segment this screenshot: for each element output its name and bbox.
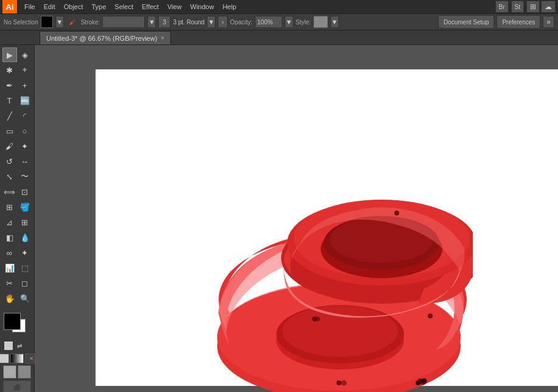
draw-mode-behind[interactable]: [18, 365, 31, 379]
svg-point-21: [428, 313, 433, 318]
reflect-tool[interactable]: ↔: [18, 154, 32, 169]
zoom-tool[interactable]: 🔍: [18, 291, 32, 306]
menu-select[interactable]: Select: [111, 2, 137, 12]
scissors-tool[interactable]: ✂: [2, 276, 17, 290]
blend-tool[interactable]: ∞: [2, 245, 17, 260]
svg-point-18: [394, 211, 399, 215]
tab-close-button[interactable]: ×: [161, 35, 164, 41]
rotate-tool[interactable]: ↺: [2, 154, 17, 169]
app-logo: Ai: [2, 0, 17, 13]
menu-edit[interactable]: Edit: [40, 2, 59, 12]
width-tool[interactable]: ⟺: [2, 184, 17, 199]
menu-file[interactable]: File: [21, 2, 39, 12]
svg-point-17: [422, 379, 427, 384]
artwork: [193, 130, 473, 392]
main-area: ▶ ◈ ✱ ⌖ ✒ + T 🔤 ╱ ◜ ▭ ○ 🖌 ✦ ↺ ↔: [0, 45, 558, 392]
bridge-button[interactable]: Br: [495, 1, 509, 13]
column-graph-tool[interactable]: 📊: [2, 261, 17, 275]
rectangle-tool[interactable]: ▭: [2, 124, 17, 138]
pen-tool[interactable]: ✒: [2, 78, 17, 93]
no-selection-label: No Selection: [4, 19, 38, 26]
add-anchor-tool[interactable]: +: [18, 78, 32, 93]
more-options-btn[interactable]: ›: [218, 16, 228, 28]
tab-bar: Untitled-3* @ 66.67% (RGB/Preview) ×: [0, 30, 558, 45]
svg-point-22: [337, 380, 341, 385]
hand-tool[interactable]: 🖐: [2, 291, 17, 306]
lasso-tool[interactable]: ⌖: [18, 63, 32, 77]
magic-wand-tool[interactable]: ✱: [2, 63, 17, 77]
arc-tool[interactable]: ◜: [18, 108, 32, 123]
toolbox: ▶ ◈ ✱ ⌖ ✒ + T 🔤 ╱ ◜ ▭ ○ 🖌 ✦ ↺ ↔: [0, 45, 35, 392]
menu-object[interactable]: Object: [60, 2, 87, 12]
warp-tool[interactable]: 〜: [18, 169, 32, 184]
swap-colors-icon[interactable]: ⇄: [15, 341, 24, 351]
menu-effect[interactable]: Effect: [138, 2, 162, 12]
cc-button[interactable]: ☁: [541, 1, 556, 13]
brush-icon: 🖌: [66, 16, 78, 28]
stroke-label: Stroke:: [81, 19, 100, 26]
mesh-tool[interactable]: ⊞: [18, 215, 32, 229]
paintbrush-tool[interactable]: 🖌: [2, 139, 17, 153]
tab-title: Untitled-3* @ 66.67% (RGB/Preview): [46, 35, 157, 42]
scale-tool[interactable]: ⤡: [2, 169, 17, 184]
menu-help[interactable]: Help: [219, 2, 240, 12]
svg-point-20: [315, 317, 320, 321]
color-mode-icon[interactable]: [0, 354, 9, 363]
menu-type[interactable]: Type: [88, 2, 110, 12]
color-area: ⇄: [4, 313, 30, 351]
opacity-input[interactable]: 100%: [255, 16, 282, 28]
pt-round-dropdown[interactable]: ▼: [207, 16, 215, 28]
options-bar: No Selection ▼ 🖌 Stroke: ▼ 3 3 pt. Round…: [0, 13, 558, 30]
ellipse-tool[interactable]: ○: [18, 124, 32, 138]
style-box[interactable]: [313, 16, 328, 28]
artboard-tool[interactable]: ⬚: [18, 261, 32, 275]
canvas-area: [35, 45, 558, 392]
symbol-sprayer-tool[interactable]: ✦: [18, 245, 32, 260]
stock-button[interactable]: St: [511, 1, 524, 13]
svg-point-5: [282, 306, 398, 357]
live-paint-tool[interactable]: 🪣: [18, 200, 32, 214]
document-tab[interactable]: Untitled-3* @ 66.67% (RGB/Preview) ×: [40, 31, 171, 44]
fill-color-box[interactable]: [41, 16, 53, 28]
default-colors-icon[interactable]: [4, 341, 13, 351]
free-transform-tool[interactable]: ⊡: [18, 184, 32, 199]
pt-round-label: 3 pt. Round: [173, 19, 204, 26]
foreground-color[interactable]: [4, 313, 21, 330]
screen-mode-btn[interactable]: ⬛: [3, 380, 31, 392]
svg-point-23: [341, 380, 347, 386]
eraser-tool[interactable]: ◻: [18, 276, 32, 290]
stroke-weight-input[interactable]: 3: [158, 16, 170, 28]
selection-tool[interactable]: ▶: [2, 47, 17, 62]
menu-bar: Ai File Edit Object Type Select Effect V…: [0, 0, 558, 13]
blob-brush-tool[interactable]: ✦: [18, 139, 32, 153]
workspace-button[interactable]: ⊞: [526, 1, 540, 13]
stroke-dropdown[interactable]: ▼: [147, 16, 156, 28]
eyedropper-tool[interactable]: 💧: [18, 230, 32, 245]
stroke-input[interactable]: [102, 16, 145, 28]
perspective-grid-tool[interactable]: ⊿: [2, 215, 17, 229]
style-label: Style:: [296, 19, 311, 26]
direct-selection-tool[interactable]: ◈: [18, 47, 32, 62]
opacity-label: Opacity:: [230, 19, 253, 26]
opacity-dropdown[interactable]: ▼: [285, 16, 293, 28]
gradient-mode-icon[interactable]: [10, 354, 24, 363]
gradient-tool[interactable]: ◧: [2, 230, 17, 245]
line-tool[interactable]: ╱: [2, 108, 17, 123]
more-btn[interactable]: »: [543, 16, 554, 28]
style-dropdown[interactable]: ▼: [330, 16, 339, 28]
shape-builder-tool[interactable]: ⊞: [2, 200, 17, 214]
menu-view[interactable]: View: [164, 2, 186, 12]
type-tool[interactable]: T: [2, 93, 17, 108]
draw-mode-normal[interactable]: [3, 365, 16, 379]
preferences-button[interactable]: Preferences: [497, 15, 540, 29]
menu-window[interactable]: Window: [187, 2, 218, 12]
fill-dropdown[interactable]: ▼: [55, 16, 64, 28]
touch-type-tool[interactable]: 🔤: [18, 93, 32, 108]
document-setup-button[interactable]: Document Setup: [438, 15, 495, 29]
